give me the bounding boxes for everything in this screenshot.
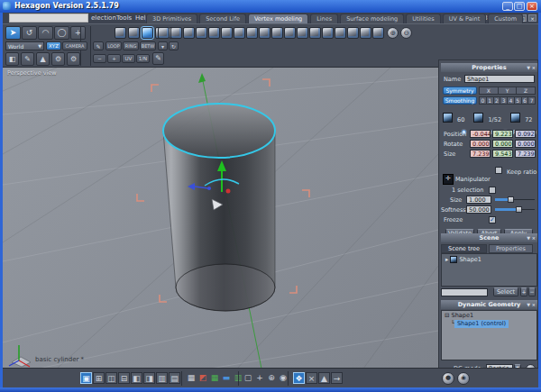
mini-button[interactable]: +: [107, 54, 121, 63]
softness-slider[interactable]: [495, 205, 535, 214]
position-x-field[interactable]: -0.044: [470, 130, 491, 138]
edge-extra-icon[interactable]: ↻: [169, 41, 179, 50]
display-mode-icon[interactable]: ▦: [209, 372, 220, 384]
world-dropdown[interactable]: World▼: [5, 41, 44, 50]
rotate-y-field[interactable]: 0.000: [492, 140, 513, 148]
pen-icon[interactable]: ✎: [93, 41, 104, 50]
mode-tool-icon[interactable]: ▲: [318, 372, 330, 384]
smoothing-level-button[interactable]: 3: [500, 96, 508, 105]
pencil-tool-icon[interactable]: ✎: [152, 52, 164, 65]
grow-shrink-tool-icon[interactable]: ⊕: [387, 27, 399, 39]
dg-child-row[interactable]: └ Shape1 (control): [451, 320, 536, 328]
modeling-tool-icon[interactable]: [360, 27, 371, 39]
symmetry-axis-button[interactable]: Y: [499, 87, 518, 95]
viewport-layout-button[interactable]: ▥: [156, 372, 168, 384]
size-z-field[interactable]: 7.239: [515, 150, 536, 158]
close-panel-icon[interactable]: ×: [532, 235, 536, 241]
dg-child-item-selected[interactable]: Shape1 (control): [454, 320, 509, 328]
selection-tool-icon[interactable]: +: [70, 26, 86, 40]
mode-tool-icon[interactable]: ×: [306, 372, 317, 384]
window-titlebar[interactable]: Hexagon Version 2.5.1.79 _ □ ×: [0, 0, 541, 13]
toolbar-tab[interactable]: Utilities: [406, 14, 440, 23]
modeling-tool-icon[interactable]: [284, 27, 296, 39]
utility-tool-icon[interactable]: ⚙: [51, 52, 65, 66]
modeling-tool-icon[interactable]: [234, 27, 245, 39]
scene-filter-input[interactable]: [441, 288, 488, 296]
mini-button[interactable]: UV: [122, 54, 135, 63]
modeling-tool-icon[interactable]: [183, 27, 195, 39]
modeling-tool-icon[interactable]: [196, 27, 207, 39]
viewport-layout-button[interactable]: ◨: [143, 372, 155, 384]
view-nav-icon[interactable]: ⊕: [266, 372, 277, 384]
tree-expand-button[interactable]: −: [528, 287, 536, 296]
utility-tool-icon[interactable]: ▲: [36, 52, 50, 66]
close-button[interactable]: ×: [527, 2, 537, 11]
toolbar-tab[interactable]: 3D Primitives: [146, 14, 197, 23]
freeze-checkbox[interactable]: ✓: [489, 216, 496, 223]
smoothing-level-button[interactable]: 2: [494, 96, 501, 105]
smoothing-level-button[interactable]: 4: [508, 96, 515, 105]
toolbar-tab[interactable]: Lines: [310, 14, 338, 23]
symmetry-axis-button[interactable]: X: [479, 87, 499, 95]
display-mode-icon[interactable]: ▬: [221, 372, 232, 384]
render-sphere-icon[interactable]: ◉: [457, 372, 470, 385]
modeling-tool-icon[interactable]: [309, 27, 321, 39]
toolbar-tab[interactable]: Second Life: [199, 14, 246, 23]
dynamic-geometry-tree[interactable]: ⊟ Shape1 └ Shape1 (control): [441, 310, 537, 360]
select-button[interactable]: Select: [493, 287, 518, 296]
smoothing-level-button[interactable]: 6: [522, 96, 529, 105]
size-y-field[interactable]: 9.543: [492, 150, 513, 158]
modeling-tool-icon[interactable]: [246, 27, 258, 39]
smoothing-level-button[interactable]: 5: [515, 96, 522, 105]
smoothing-level-button[interactable]: 7: [528, 96, 536, 105]
dynamic-geometry-header[interactable]: Dynamic Geometry ▼ ×: [441, 300, 537, 309]
rotate-x-field[interactable]: 0.000: [470, 140, 491, 148]
menu-item-selection[interactable]: election: [91, 14, 116, 22]
display-mode-icon[interactable]: ▦: [186, 372, 197, 384]
symmetry-button[interactable]: Symmetry: [443, 87, 477, 95]
selection-mode-icon[interactable]: [115, 27, 126, 39]
rotate-z-field[interactable]: 0.000: [515, 140, 536, 148]
mdi-close-button[interactable]: ×: [528, 14, 536, 22]
selection-tool-icon[interactable]: ◠: [38, 26, 53, 40]
toolbar-tab[interactable]: Custom: [488, 14, 523, 23]
viewport-layout-button[interactable]: ▣: [80, 372, 92, 384]
viewport-layout-button[interactable]: ▤: [169, 372, 180, 384]
selection-tool-icon[interactable]: ◯: [54, 26, 69, 40]
modeling-tool-icon[interactable]: [221, 27, 233, 39]
expand-icon[interactable]: ▸: [445, 256, 448, 263]
selection-mode-icon[interactable]: [128, 27, 140, 39]
modeling-tool-icon[interactable]: [259, 27, 270, 39]
modeling-tool-icon[interactable]: [158, 27, 170, 39]
edge-select-button[interactable]: RING: [123, 41, 139, 50]
xyz-button[interactable]: XYZ: [46, 41, 61, 50]
collapse-icon[interactable]: ▼: [527, 65, 530, 70]
modeling-tool-icon[interactable]: [372, 27, 384, 39]
selection-mode-icon[interactable]: [142, 27, 153, 39]
edge-select-button[interactable]: LOOP: [105, 41, 122, 50]
mini-button[interactable]: 1/N: [136, 54, 150, 63]
edge-extra-icon[interactable]: ▾: [158, 41, 168, 50]
position-y-field[interactable]: 9.223: [492, 130, 513, 138]
manipulator-size-field[interactable]: 1.000: [466, 196, 491, 204]
render-sphere-icon[interactable]: ●: [442, 372, 454, 385]
toolbar-tab[interactable]: UV & Paint: [443, 14, 487, 23]
scene-tree[interactable]: ▸ Shape1: [441, 253, 537, 287]
modeling-tool-icon[interactable]: [208, 27, 220, 39]
tree-expand-button[interactable]: +: [520, 287, 527, 296]
position-z-field[interactable]: 0.092: [515, 130, 536, 138]
modeling-tool-icon[interactable]: [347, 27, 359, 39]
viewport-layout-button[interactable]: ⊟: [118, 372, 130, 384]
symmetry-axis-button[interactable]: Z: [517, 87, 536, 95]
collapse-icon[interactable]: ▼: [527, 302, 530, 307]
toolbar-tab[interactable]: Surface modeling: [340, 14, 404, 23]
camera-button[interactable]: CAMERA: [62, 41, 87, 50]
viewport-layout-button[interactable]: ◧: [131, 372, 142, 384]
display-mode-icon[interactable]: ◩: [197, 372, 208, 384]
selection-tool-icon[interactable]: ↺: [22, 26, 37, 40]
selection-tool-icon[interactable]: ➤: [5, 26, 21, 40]
softness-field[interactable]: 50.000: [466, 205, 491, 214]
minimize-button[interactable]: _: [502, 2, 513, 11]
grow-shrink-tool-icon[interactable]: ⊖: [400, 27, 412, 39]
mode-tool-icon[interactable]: ❖: [293, 372, 305, 384]
